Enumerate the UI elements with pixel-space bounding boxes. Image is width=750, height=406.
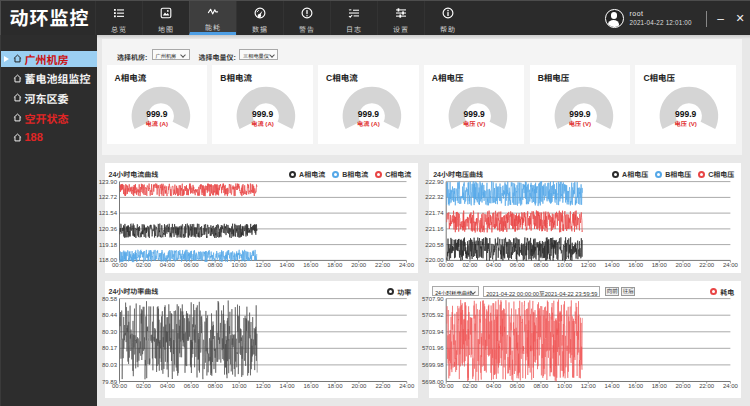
svg-text:5699.98: 5699.98 <box>422 362 444 368</box>
svg-text:16:00: 16:00 <box>628 382 644 388</box>
svg-text:16:00: 16:00 <box>303 262 319 268</box>
svg-text:10:00: 10:00 <box>231 262 247 268</box>
svg-text:06:00: 06:00 <box>183 262 199 268</box>
svg-text:08:00: 08:00 <box>534 382 550 388</box>
svg-text:16:00: 16:00 <box>628 262 644 268</box>
svg-text:14:00: 14:00 <box>605 382 621 388</box>
svg-text:220.58: 220.58 <box>426 242 445 248</box>
svg-text:18:00: 18:00 <box>327 382 343 388</box>
svg-text:08:00: 08:00 <box>207 262 223 268</box>
svg-text:12:00: 12:00 <box>255 382 271 388</box>
svg-text:221.16: 221.16 <box>426 226 445 232</box>
svg-text:00:00: 00:00 <box>111 262 127 268</box>
svg-text:122.72: 122.72 <box>98 194 117 200</box>
svg-text:14:00: 14:00 <box>279 262 295 268</box>
svg-text:10:00: 10:00 <box>557 262 573 268</box>
svg-text:5707.90: 5707.90 <box>422 295 444 301</box>
svg-text:04:00: 04:00 <box>486 262 502 268</box>
svg-text:04:00: 04:00 <box>159 382 175 388</box>
svg-text:12:00: 12:00 <box>581 262 597 268</box>
svg-text:22:00: 22:00 <box>375 262 391 268</box>
svg-text:20:00: 20:00 <box>351 382 367 388</box>
svg-text:10:00: 10:00 <box>231 382 247 388</box>
svg-text:00:00: 00:00 <box>111 382 127 388</box>
svg-text:222.90: 222.90 <box>426 179 445 185</box>
svg-text:20:00: 20:00 <box>676 382 692 388</box>
svg-text:18:00: 18:00 <box>652 382 668 388</box>
svg-text:14:00: 14:00 <box>605 262 621 268</box>
svg-text:04:00: 04:00 <box>159 262 175 268</box>
svg-text:121.54: 121.54 <box>98 210 117 216</box>
svg-text:10:00: 10:00 <box>557 382 573 388</box>
svg-text:24:00: 24:00 <box>399 382 415 388</box>
svg-text:24:00: 24:00 <box>723 262 739 268</box>
svg-text:120.36: 120.36 <box>98 226 117 232</box>
svg-text:80.44: 80.44 <box>101 312 117 318</box>
svg-text:06:00: 06:00 <box>510 382 526 388</box>
svg-text:08:00: 08:00 <box>534 262 550 268</box>
svg-text:02:00: 02:00 <box>135 382 151 388</box>
svg-text:80.58: 80.58 <box>101 295 117 301</box>
svg-text:02:00: 02:00 <box>463 262 479 268</box>
svg-text:04:00: 04:00 <box>486 382 502 388</box>
svg-text:14:00: 14:00 <box>279 382 295 388</box>
svg-text:08:00: 08:00 <box>207 382 223 388</box>
svg-text:02:00: 02:00 <box>135 262 151 268</box>
svg-text:18:00: 18:00 <box>327 262 343 268</box>
svg-text:5701.96: 5701.96 <box>422 345 444 351</box>
svg-text:22:00: 22:00 <box>699 382 715 388</box>
svg-text:80.30: 80.30 <box>101 328 117 334</box>
svg-text:16:00: 16:00 <box>303 382 319 388</box>
svg-text:5705.92: 5705.92 <box>422 312 444 318</box>
svg-text:22:00: 22:00 <box>375 382 391 388</box>
svg-text:06:00: 06:00 <box>183 382 199 388</box>
svg-text:123.90: 123.90 <box>98 179 117 185</box>
svg-text:80.17: 80.17 <box>101 345 117 351</box>
svg-text:222.32: 222.32 <box>426 194 445 200</box>
svg-text:80.03: 80.03 <box>101 362 117 368</box>
svg-text:5703.94: 5703.94 <box>422 328 444 334</box>
svg-text:18:00: 18:00 <box>652 262 668 268</box>
svg-text:12:00: 12:00 <box>255 262 271 268</box>
svg-text:20:00: 20:00 <box>351 262 367 268</box>
svg-text:119.18: 119.18 <box>99 242 118 248</box>
svg-text:22:00: 22:00 <box>699 262 715 268</box>
svg-text:00:00: 00:00 <box>439 262 455 268</box>
svg-text:221.74: 221.74 <box>426 210 445 216</box>
svg-text:24:00: 24:00 <box>398 262 414 268</box>
svg-text:02:00: 02:00 <box>463 382 479 388</box>
svg-text:00:00: 00:00 <box>439 382 455 388</box>
svg-text:12:00: 12:00 <box>581 382 597 388</box>
svg-text:24:00: 24:00 <box>723 382 739 388</box>
svg-text:06:00: 06:00 <box>510 262 526 268</box>
svg-text:20:00: 20:00 <box>676 262 692 268</box>
